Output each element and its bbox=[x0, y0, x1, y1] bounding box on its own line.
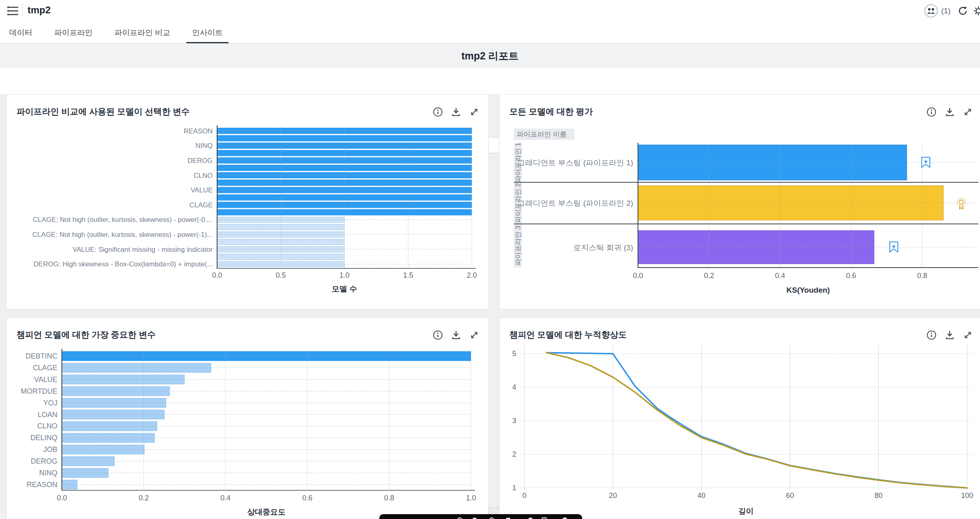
svg-text:CLAGE: CLAGE bbox=[189, 201, 213, 209]
toolbar-bar bbox=[379, 514, 582, 519]
svg-text:REASON: REASON bbox=[27, 481, 57, 489]
svg-text:YOJ: YOJ bbox=[43, 399, 57, 407]
report-title-band: tmp2 리포트 bbox=[0, 44, 980, 68]
app-title: tmp2 bbox=[27, 4, 51, 16]
svg-text:CLAGE: Not high (outlier, kurt: CLAGE: Not high (outlier, kurtosis, skew… bbox=[32, 231, 213, 238]
svg-text:20: 20 bbox=[609, 492, 617, 500]
svg-text:파이프라인 3: 파이프라인 3 bbox=[514, 226, 522, 266]
chart-model-assessment[interactable]: 파이프라인 1파이프라인 2파이프라인 3파이프라인 이름그래디언트 부스팅 (… bbox=[499, 95, 980, 309]
svg-text:로지스틱 회귀 (3): 로지스틱 회귀 (3) bbox=[573, 243, 633, 252]
svg-text:0.0: 0.0 bbox=[212, 271, 222, 279]
collaborators-icon[interactable] bbox=[924, 4, 938, 18]
svg-text:JOB: JOB bbox=[43, 445, 57, 454]
tab-pipeline-comparison[interactable]: 파이프라인 비교 bbox=[109, 22, 176, 43]
card-variable-importance: 챔피언 모델에 대한 가장 중요한 변수 DEBTINCCLAGEVALUEMO… bbox=[6, 317, 489, 519]
svg-text:깊이: 깊이 bbox=[738, 507, 754, 515]
svg-text:100: 100 bbox=[961, 492, 973, 500]
card-model-assessment: 모든 모델에 대한 평가 파이프라인 1파이프라인 2파이프라인 3파이프라인 … bbox=[499, 94, 980, 309]
svg-text:CLAGE: Not high (outlier, kurt: CLAGE: Not high (outlier, kurtosis, skew… bbox=[33, 216, 213, 224]
svg-text:1.0: 1.0 bbox=[466, 494, 476, 502]
svg-text:0.6: 0.6 bbox=[302, 494, 313, 502]
top-bar: tmp2 (1) bbox=[0, 0, 980, 22]
collaborator-count: (1) bbox=[941, 6, 950, 15]
svg-text:40: 40 bbox=[697, 492, 705, 500]
svg-text:DEROG: High skewness - Box-Cox: DEROG: High skewness - Box-Cox(lambda=0)… bbox=[34, 260, 213, 268]
svg-text:DEBTINC: DEBTINC bbox=[25, 352, 57, 360]
svg-text:파이프라인 이름: 파이프라인 이름 bbox=[517, 131, 567, 138]
svg-text:80: 80 bbox=[874, 492, 883, 500]
refresh-icon[interactable] bbox=[957, 5, 969, 17]
svg-text:1: 1 bbox=[512, 484, 516, 492]
svg-text:DELINQ: DELINQ bbox=[30, 434, 57, 442]
svg-text:상대중요도: 상대중요도 bbox=[247, 508, 286, 516]
svg-text:그래디언트 부스팅 (파이프라인 1): 그래디언트 부스팅 (파이프라인 1) bbox=[517, 158, 633, 167]
divider bbox=[22, 4, 22, 18]
svg-text:5: 5 bbox=[512, 350, 516, 358]
svg-text:그래디언트 부스팅 (파이프라인 2): 그래디언트 부스팅 (파이프라인 2) bbox=[517, 199, 633, 207]
svg-text:CLNO: CLNO bbox=[194, 172, 213, 179]
tab-insights[interactable]: 인사이트 bbox=[186, 22, 228, 43]
toolbar-icon[interactable] bbox=[457, 517, 463, 519]
svg-text:3: 3 bbox=[512, 417, 516, 425]
svg-text:NINQ: NINQ bbox=[39, 469, 57, 477]
svg-text:DEROG: DEROG bbox=[188, 157, 213, 165]
tab-bar: 데이터 파이프라인 파이프라인 비교 인사이트 bbox=[0, 22, 980, 44]
svg-text:0.6: 0.6 bbox=[846, 272, 856, 280]
floating-chart-toolbar bbox=[379, 507, 582, 519]
report-body-strip bbox=[0, 68, 980, 94]
svg-text:60: 60 bbox=[786, 492, 794, 500]
svg-text:모델 수: 모델 수 bbox=[332, 285, 357, 293]
report-title: tmp2 리포트 bbox=[461, 49, 519, 63]
svg-text:0: 0 bbox=[522, 492, 526, 500]
svg-text:0.2: 0.2 bbox=[139, 494, 149, 502]
svg-text:CLAGE: CLAGE bbox=[33, 364, 57, 372]
svg-text:VALUE: VALUE bbox=[191, 186, 213, 194]
menu-list-icon[interactable] bbox=[6, 5, 19, 17]
card-cumulative-lift: 챔피언 모델에 대한 누적향상도 02040608010012345깊이 bbox=[499, 317, 980, 519]
toolbar-icon[interactable] bbox=[562, 517, 568, 519]
tab-pipelines[interactable]: 파이프라인 bbox=[49, 22, 98, 43]
toolbar-icon[interactable] bbox=[472, 517, 477, 519]
svg-text:0.8: 0.8 bbox=[384, 494, 394, 502]
toolbar-icon[interactable] bbox=[505, 517, 511, 519]
svg-text:LOAN: LOAN bbox=[38, 411, 57, 419]
svg-text:0.2: 0.2 bbox=[704, 272, 714, 280]
svg-text:VALUE: Significant missing - m: VALUE: Significant missing - missing ind… bbox=[73, 246, 213, 253]
svg-text:NINQ: NINQ bbox=[196, 142, 213, 150]
svg-text:4: 4 bbox=[512, 383, 516, 391]
svg-text:DEROG: DEROG bbox=[31, 457, 57, 465]
svg-text:MORTDUE: MORTDUE bbox=[21, 387, 57, 395]
gear-icon[interactable] bbox=[973, 5, 980, 17]
svg-text:CLNO: CLNO bbox=[37, 422, 57, 430]
svg-text:REASON: REASON bbox=[184, 127, 213, 135]
svg-text:KS(Youden): KS(Youden) bbox=[786, 286, 830, 294]
svg-text:0.0: 0.0 bbox=[633, 272, 643, 280]
svg-text:0.8: 0.8 bbox=[917, 272, 927, 280]
svg-text:0.5: 0.5 bbox=[276, 271, 286, 279]
svg-text:2.0: 2.0 bbox=[467, 271, 477, 279]
chart-variable-importance[interactable]: DEBTINCCLAGEVALUEMORTDUEYOJLOANCLNODELIN… bbox=[6, 318, 488, 519]
svg-text:★: ★ bbox=[891, 243, 896, 249]
toolbar-icon[interactable] bbox=[541, 517, 547, 519]
svg-text:2: 2 bbox=[512, 450, 516, 458]
toolbar-icon[interactable] bbox=[528, 517, 533, 519]
svg-text:0.0: 0.0 bbox=[57, 494, 67, 502]
svg-text:VALUE: VALUE bbox=[34, 376, 57, 384]
toolbar-icon[interactable] bbox=[489, 517, 494, 519]
chart-selected-variables[interactable]: REASONNINQDEROGCLNOVALUECLAGECLAGE: Not … bbox=[6, 95, 488, 309]
svg-text:0.4: 0.4 bbox=[220, 494, 230, 502]
tab-data[interactable]: 데이터 bbox=[4, 22, 38, 43]
svg-text:1.0: 1.0 bbox=[339, 271, 349, 279]
svg-text:0.4: 0.4 bbox=[775, 272, 785, 280]
chart-cumulative-lift[interactable]: 02040608010012345깊이 bbox=[499, 318, 980, 519]
svg-text:1.5: 1.5 bbox=[403, 271, 413, 279]
svg-text:★: ★ bbox=[923, 158, 928, 165]
card-selected-variables: 파이프라인 비교에 사용된 모델이 선택한 변수 REASONNINQDEROG… bbox=[6, 94, 489, 309]
